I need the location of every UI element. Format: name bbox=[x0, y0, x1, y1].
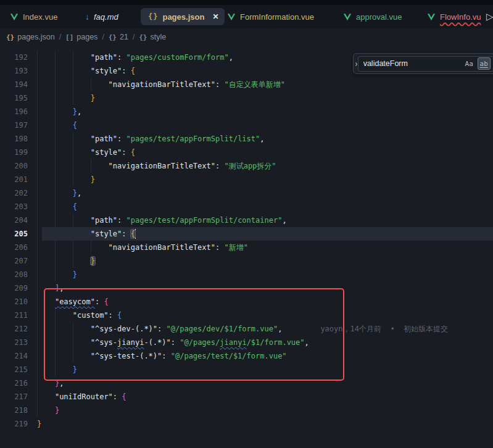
code-line-219[interactable]: 219} bbox=[0, 417, 493, 431]
breadcrumb-item-pages[interactable]: []pages bbox=[65, 33, 97, 41]
breadcrumb-separator: / bbox=[59, 33, 61, 41]
symbol-braces-icon: {} bbox=[139, 33, 147, 41]
code-editor[interactable]: 192 "path": "pages/customForm/form",193 … bbox=[0, 46, 493, 448]
code-rows[interactable]: 192 "path": "pages/customForm/form",193 … bbox=[0, 51, 493, 431]
line-number[interactable]: 218 bbox=[0, 404, 28, 417]
code-line-text: } bbox=[37, 363, 77, 376]
line-number[interactable]: 203 bbox=[0, 200, 28, 214]
code-line-text: }, bbox=[37, 186, 81, 200]
code-line-212[interactable]: 212 "^sys-dev-(.*)": "@/pages/dev/$1/for… bbox=[0, 322, 493, 336]
line-number[interactable]: 200 bbox=[0, 159, 28, 173]
vue-icon bbox=[227, 12, 236, 21]
code-line-197[interactable]: 197 { bbox=[0, 118, 493, 132]
line-number[interactable]: 197 bbox=[0, 118, 28, 132]
code-line-text: "path": "pages/test/appFormSplit/contain… bbox=[37, 214, 287, 227]
line-number[interactable]: 202 bbox=[0, 186, 28, 200]
tab-label: FormInformation.vue bbox=[240, 12, 314, 22]
line-number[interactable]: 216 bbox=[0, 376, 28, 390]
code-line-195[interactable]: 195 } bbox=[0, 91, 493, 105]
line-number[interactable]: 207 bbox=[0, 254, 28, 268]
line-number[interactable]: 195 bbox=[0, 91, 28, 105]
line-number[interactable]: 213 bbox=[0, 336, 28, 349]
find-expand-chevron[interactable]: › bbox=[355, 59, 358, 68]
tab-index-vue[interactable]: Index.vue bbox=[10, 5, 57, 28]
code-line-text: } bbox=[37, 268, 77, 281]
line-number[interactable]: 206 bbox=[0, 241, 28, 254]
line-number[interactable]: 215 bbox=[0, 363, 28, 376]
code-line-213[interactable]: 213 "^sys-jianyi-(.*)": "@/pages/jianyi/… bbox=[0, 336, 493, 349]
line-number[interactable]: 196 bbox=[0, 105, 28, 118]
code-line-200[interactable]: 200 "navigationBarTitleText": "测试app拆分" bbox=[0, 159, 493, 173]
line-number[interactable]: 205 bbox=[0, 227, 28, 241]
breadcrumb-label: pages.json bbox=[17, 33, 54, 41]
code-line-215[interactable]: 215 } bbox=[0, 363, 493, 376]
line-number[interactable]: 211 bbox=[0, 309, 28, 322]
code-line-216[interactable]: 216 }, bbox=[0, 376, 493, 390]
code-line-text: } bbox=[37, 173, 95, 186]
line-number[interactable]: 204 bbox=[0, 214, 28, 227]
code-line-196[interactable]: 196 }, bbox=[0, 105, 493, 118]
code-line-201[interactable]: 201 } bbox=[0, 173, 493, 186]
code-line-199[interactable]: 199 "style": { bbox=[0, 146, 493, 159]
code-line-214[interactable]: 214 "^sys-test-(.*)": "@/pages/test/$1/f… bbox=[0, 349, 493, 363]
git-blame-annotation: yaoyn，14个月前 • 初始版本提交 bbox=[320, 325, 448, 333]
line-number[interactable]: 194 bbox=[0, 78, 28, 91]
line-number[interactable]: 192 bbox=[0, 51, 28, 64]
text-cursor bbox=[135, 229, 136, 239]
code-line-217[interactable]: 217 "uniIdRouter": { bbox=[0, 390, 493, 404]
code-line-198[interactable]: 198 "path": "pages/test/appFormSplit/lis… bbox=[0, 132, 493, 146]
whole-word-button[interactable]: ab bbox=[478, 57, 491, 70]
code-line-211[interactable]: 211 "custom": { bbox=[0, 309, 493, 322]
line-number[interactable]: 201 bbox=[0, 173, 28, 186]
code-line-209[interactable]: 209 ], bbox=[0, 281, 493, 295]
vue-icon bbox=[343, 12, 352, 21]
json-braces-icon: {} bbox=[148, 12, 158, 21]
code-line-text: { bbox=[37, 118, 77, 132]
breadcrumb-label: 21 bbox=[120, 33, 128, 41]
editor-tab-bar: Index.vue↓faq.md{}pages.json✕FormInforma… bbox=[0, 5, 493, 28]
breadcrumb-label: style bbox=[150, 33, 166, 41]
line-number[interactable]: 199 bbox=[0, 146, 28, 159]
code-line-203[interactable]: 203 { bbox=[0, 200, 493, 214]
code-line-210[interactable]: 210 "easycom": { bbox=[0, 295, 493, 309]
breadcrumb-item-21[interactable]: {}21 bbox=[109, 33, 128, 41]
line-number[interactable]: 219 bbox=[0, 417, 28, 431]
vue-icon bbox=[10, 12, 19, 21]
code-line-208[interactable]: 208 } bbox=[0, 268, 493, 281]
line-number[interactable]: 193 bbox=[0, 64, 28, 78]
code-line-205[interactable]: 205 "style": { bbox=[0, 227, 493, 241]
find-input[interactable] bbox=[363, 59, 463, 68]
tab-faq-md[interactable]: ↓faq.md bbox=[85, 5, 118, 28]
line-number[interactable]: 217 bbox=[0, 390, 28, 404]
find-button-label: ab bbox=[480, 60, 488, 68]
line-number[interactable]: 210 bbox=[0, 295, 28, 309]
tab-label: approval.vue bbox=[356, 12, 402, 22]
line-number[interactable]: 214 bbox=[0, 349, 28, 363]
match-case-button[interactable]: Aa bbox=[463, 57, 476, 70]
code-line-text: "navigationBarTitleText": "新增" bbox=[37, 241, 248, 254]
line-number[interactable]: 198 bbox=[0, 132, 28, 146]
tab-label: FlowInfo.vu bbox=[440, 12, 481, 22]
find-widget: › Aaab.* bbox=[353, 53, 493, 74]
run-button[interactable]: ▷ bbox=[486, 5, 493, 28]
breadcrumb-item-pages-json[interactable]: {}pages.json bbox=[6, 33, 55, 41]
code-line-text: } bbox=[37, 254, 95, 268]
line-number[interactable]: 212 bbox=[0, 322, 28, 336]
find-option-buttons: Aaab.* bbox=[463, 57, 493, 70]
code-line-194[interactable]: 194 "navigationBarTitleText": "自定义表单新增" bbox=[0, 78, 493, 91]
tab-approval-vue[interactable]: approval.vue bbox=[343, 5, 402, 28]
close-tab-icon[interactable]: ✕ bbox=[212, 12, 218, 21]
line-number[interactable]: 209 bbox=[0, 281, 28, 295]
tab-pages-json[interactable]: {}pages.json✕ bbox=[141, 8, 225, 25]
code-line-202[interactable]: 202 }, bbox=[0, 186, 493, 200]
code-line-206[interactable]: 206 "navigationBarTitleText": "新增" bbox=[0, 241, 493, 254]
tab-forminformation-vue[interactable]: FormInformation.vue bbox=[227, 5, 314, 28]
tab-flowinfo-vu[interactable]: FlowInfo.vu bbox=[427, 5, 481, 28]
code-line-218[interactable]: 218 } bbox=[0, 404, 493, 417]
code-line-204[interactable]: 204 "path": "pages/test/appFormSplit/con… bbox=[0, 214, 493, 227]
breadcrumb-separator: / bbox=[102, 33, 104, 41]
code-line-207[interactable]: 207 } bbox=[0, 254, 493, 268]
breadcrumb-item-style[interactable]: {}style bbox=[139, 33, 166, 41]
line-number[interactable]: 208 bbox=[0, 268, 28, 281]
symbol-braces-icon: {} bbox=[6, 33, 14, 41]
